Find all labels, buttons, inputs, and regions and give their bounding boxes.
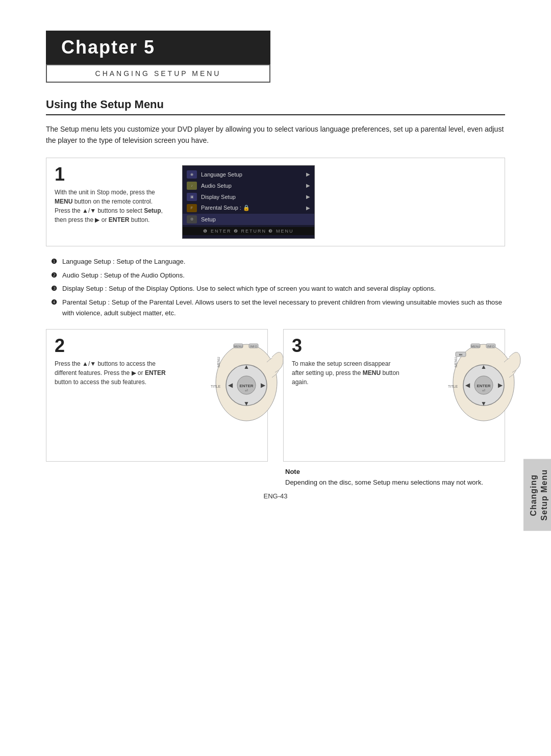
step1-text: With the unit in Stop mode, press the ME… bbox=[55, 188, 167, 224]
svg-text:ENTER: ENTER bbox=[239, 384, 253, 388]
display-menu-icon: ▣ bbox=[187, 193, 197, 201]
note-box: Note Depending on the disc, some Setup m… bbox=[283, 468, 505, 488]
side-tab: ChangingSetup Menu bbox=[523, 459, 551, 531]
step1-image: ◉ Language Setup ▶ ♪ Audio Setup ▶ ▣ Dis… bbox=[177, 165, 320, 239]
remote-svg-3: ENTER ⏎ ▲ ▼ ◀ ▶ MENU INFO MENU DISC TITL… bbox=[428, 337, 540, 429]
bullet-3: ❸ bbox=[51, 284, 59, 294]
disc-menu-icon: ◉ bbox=[187, 170, 197, 179]
menu-arrow-2: ▶ bbox=[306, 183, 310, 188]
setup-menu-icon: ⚙ bbox=[187, 215, 197, 223]
step1-left: 1 With the unit in Stop mode, press the … bbox=[55, 165, 167, 224]
svg-text:⏮: ⏮ bbox=[459, 353, 462, 356]
svg-text:TITLE: TITLE bbox=[448, 385, 458, 388]
feature-item-3: ❸ Display Setup : Setup of the Display O… bbox=[51, 284, 505, 294]
chapter-header: Chapter 5 Changing Setup Menu bbox=[46, 31, 505, 83]
feature-list: ❶ Language Setup : Setup of the Language… bbox=[46, 257, 505, 319]
svg-text:INFO: INFO bbox=[250, 345, 258, 348]
dvd-menu-row-audio: ♪ Audio Setup ▶ bbox=[183, 180, 314, 191]
svg-text:⏎: ⏎ bbox=[245, 389, 248, 392]
step3-inner: 3 To make the setup screen disappear aft… bbox=[283, 329, 505, 462]
feature-item-4: ❹ Parental Setup : Setup of the Parental… bbox=[51, 297, 505, 319]
page-content: Chapter 5 Changing Setup Menu Using the … bbox=[0, 0, 551, 531]
svg-text:MENU: MENU bbox=[471, 345, 480, 348]
bullet-2: ❷ bbox=[51, 270, 59, 281]
menu-label-setup: Setup bbox=[201, 216, 310, 222]
svg-text:◀: ◀ bbox=[228, 382, 233, 389]
steps-23-row: 2 Press the ▲/▼ buttons to access the di… bbox=[46, 329, 505, 462]
step2-block: 2 Press the ▲/▼ buttons to access the di… bbox=[46, 329, 268, 462]
menu-arrow-4: ▶ bbox=[306, 205, 310, 211]
step3-number: 3 bbox=[292, 337, 404, 355]
dvd-menu-row-parental: F Parental Setup : 🔒 ▶ bbox=[183, 203, 314, 214]
svg-text:▲: ▲ bbox=[481, 363, 487, 370]
menu-arrow-1: ▶ bbox=[306, 171, 310, 177]
step3-text: To make the setup screen disappear after… bbox=[292, 359, 404, 387]
step3-block: 3 To make the setup screen disappear aft… bbox=[283, 329, 505, 462]
step3-left: 3 To make the setup screen disappear aft… bbox=[292, 337, 404, 387]
dvd-menu-row-setup: ⚙ Setup bbox=[183, 214, 314, 225]
svg-text:INFO: INFO bbox=[487, 345, 495, 348]
svg-text:▶: ▶ bbox=[261, 382, 266, 389]
svg-text:ENTER: ENTER bbox=[477, 384, 490, 388]
step2-inner: 2 Press the ▲/▼ buttons to access the di… bbox=[46, 329, 268, 462]
step3-image: ENTER ⏎ ▲ ▼ ◀ ▶ MENU INFO MENU DISC TITL… bbox=[412, 337, 551, 429]
page-number: ENG-43 bbox=[46, 492, 505, 500]
function-menu-icon: F bbox=[187, 204, 197, 212]
feature-text-4: Parental Setup : Setup of the Parental L… bbox=[62, 297, 505, 319]
dvd-menu-row-disc: ◉ Language Setup ▶ bbox=[183, 169, 314, 180]
svg-text:▼: ▼ bbox=[481, 400, 487, 407]
svg-text:MENU: MENU bbox=[234, 345, 243, 348]
note-text: Depending on the disc, some Setup menu s… bbox=[285, 477, 505, 488]
chapter-subtitle: Changing Setup Menu bbox=[46, 64, 270, 83]
svg-text:MENU: MENU bbox=[454, 357, 458, 367]
feature-text-2: Audio Setup : Setup of the Audio Options… bbox=[62, 270, 185, 281]
feature-item-2: ❷ Audio Setup : Setup of the Audio Optio… bbox=[51, 270, 505, 281]
menu-label-audio: Audio Setup bbox=[201, 183, 302, 189]
svg-text:▶: ▶ bbox=[498, 382, 503, 389]
section-heading: Using the Setup Menu bbox=[46, 98, 505, 115]
feature-item-1: ❶ Language Setup : Setup of the Language… bbox=[51, 257, 505, 267]
menu-label-display: Display Setup bbox=[201, 194, 302, 200]
svg-text:▲: ▲ bbox=[243, 363, 249, 370]
step2-left: 2 Press the ▲/▼ buttons to access the di… bbox=[55, 337, 167, 387]
feature-text-1: Language Setup : Setup of the Language. bbox=[62, 257, 185, 267]
svg-text:◀: ◀ bbox=[465, 382, 470, 389]
bullet-4: ❹ bbox=[51, 297, 59, 319]
svg-text:▼: ▼ bbox=[243, 400, 249, 407]
svg-text:⏎: ⏎ bbox=[482, 389, 485, 392]
menu-label-disc: Language Setup bbox=[201, 171, 302, 178]
svg-text:TITLE: TITLE bbox=[211, 385, 220, 388]
menu-arrow-3: ▶ bbox=[306, 194, 310, 199]
dvd-menu-screenshot: ◉ Language Setup ▶ ♪ Audio Setup ▶ ▣ Dis… bbox=[182, 165, 315, 239]
chapter-title: Chapter 5 bbox=[46, 31, 270, 64]
dvd-menu-row-display: ▣ Display Setup ▶ bbox=[183, 191, 314, 203]
step1-container: 1 With the unit in Stop mode, press the … bbox=[46, 158, 505, 246]
audio-menu-icon: ♪ bbox=[187, 182, 197, 190]
note-title: Note bbox=[285, 468, 505, 475]
menu-label-parental: Parental Setup : 🔒 bbox=[201, 205, 302, 211]
dvd-menu-bottom-bar: ❶ ENTER ❷ RETURN ❸ MENU bbox=[183, 227, 314, 235]
intro-text: The Setup menu lets you customize your D… bbox=[46, 123, 505, 146]
svg-text:MENU: MENU bbox=[217, 357, 220, 367]
step2-number: 2 bbox=[55, 337, 167, 355]
bullet-1: ❶ bbox=[51, 257, 59, 267]
step1-number: 1 bbox=[55, 165, 167, 184]
feature-text-3: Display Setup : Setup of the Display Opt… bbox=[62, 284, 436, 294]
step2-text: Press the ▲/▼ buttons to access the diff… bbox=[55, 359, 167, 387]
